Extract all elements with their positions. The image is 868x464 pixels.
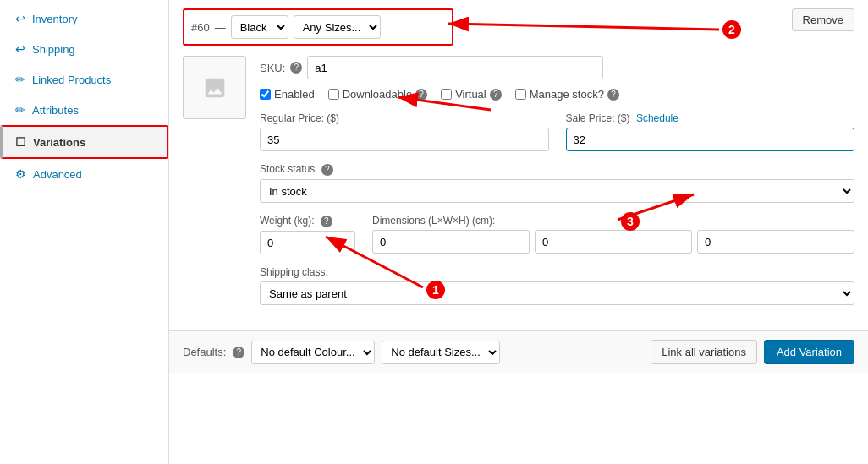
variation-image[interactable] [183, 56, 246, 119]
image-placeholder-icon [202, 75, 228, 101]
main-content: #60 — Black White Red Any Sizes... Small… [169, 0, 868, 464]
enabled-checkbox-label[interactable]: Enabled [260, 88, 315, 101]
price-row: Regular Price: ($) Sale Price: ($) Sched… [260, 112, 854, 151]
bottom-bar-actions: Link all variations Add Variation [651, 340, 854, 364]
sidebar-label-inventory: Inventory [32, 13, 77, 25]
remove-button[interactable]: Remove [792, 8, 854, 31]
default-sizes-select[interactable]: No default Sizes... Small Medium [382, 341, 500, 364]
sidebar-label-advanced: Advanced [33, 168, 82, 181]
attributes-icon: ✏ [15, 103, 25, 117]
downloadable-checkbox[interactable] [328, 89, 339, 100]
sale-price-input[interactable] [566, 128, 855, 151]
downloadable-checkbox-label[interactable]: Downloadable ? [328, 88, 427, 101]
stock-status-group: Stock status ? In stock Out of stock On … [260, 163, 854, 203]
enabled-label: Enabled [274, 88, 315, 101]
shipping-class-select[interactable]: Same as parent No shipping class [260, 281, 854, 305]
downloadable-help-icon[interactable]: ? [415, 89, 427, 101]
weight-group: Weight (kg): ? [260, 215, 355, 254]
checkboxes-row: Enabled Downloadable ? Virtual ? Ma [260, 88, 854, 101]
weight-label: Weight (kg): ? [260, 215, 355, 227]
sale-price-group: Sale Price: ($) Schedule [566, 112, 855, 151]
manage-stock-checkbox-label[interactable]: Manage stock? ? [515, 88, 619, 101]
variation-id: #60 [191, 21, 210, 34]
manage-stock-label: Manage stock? [530, 88, 604, 101]
sale-price-label: Sale Price: ($) Schedule [566, 112, 855, 124]
shipping-class-group: Shipping class: Same as parent No shippi… [260, 266, 854, 305]
virtual-help-icon[interactable]: ? [490, 89, 502, 101]
defaults-label: Defaults: [183, 346, 226, 358]
sidebar-item-linked-products[interactable]: ✏ Linked Products [0, 64, 168, 95]
dimensions-label: Dimensions (L×W×H) (cm): [372, 215, 854, 227]
virtual-label: Virtual [455, 88, 486, 101]
enabled-checkbox[interactable] [260, 89, 271, 100]
regular-price-label: Regular Price: ($) [260, 112, 549, 124]
weight-help-icon[interactable]: ? [321, 216, 332, 227]
regular-price-group: Regular Price: ($) [260, 112, 549, 151]
sku-label: SKU: [260, 62, 285, 74]
variation-separator: — [215, 21, 226, 34]
virtual-checkbox[interactable] [441, 89, 452, 100]
stock-help-icon[interactable]: ? [321, 164, 333, 176]
sidebar: ↩ Inventory ↩ Shipping ✏ Linked Products… [0, 0, 169, 464]
sidebar-label-shipping: Shipping [32, 43, 75, 56]
inventory-icon: ↩ [15, 12, 25, 25]
schedule-link[interactable]: Schedule [636, 112, 678, 124]
dim-w-input[interactable] [535, 230, 692, 254]
dim-l-input[interactable] [372, 230, 530, 254]
virtual-checkbox-label[interactable]: Virtual ? [441, 88, 502, 101]
size-select[interactable]: Any Sizes... Small Medium Large [294, 15, 381, 39]
add-variation-button[interactable]: Add Variation [764, 340, 854, 364]
sku-input[interactable] [307, 56, 603, 79]
advanced-icon: ⚙ [15, 167, 26, 181]
linked-products-icon: ✏ [15, 73, 25, 86]
variations-icon: ☐ [15, 135, 26, 149]
color-select[interactable]: Black White Red [231, 15, 288, 39]
link-all-button[interactable]: Link all variations [651, 340, 757, 364]
variation-bar: #60 — Black White Red Any Sizes... Small… [183, 8, 453, 46]
manage-stock-help-icon[interactable]: ? [607, 89, 619, 101]
sidebar-item-shipping[interactable]: ↩ Shipping [0, 34, 168, 64]
sidebar-item-advanced[interactable]: ⚙ Advanced [0, 159, 168, 189]
manage-stock-checkbox[interactable] [515, 89, 526, 100]
stock-status-label: Stock status ? [260, 163, 854, 176]
sidebar-item-inventory[interactable]: ↩ Inventory [0, 3, 168, 34]
bottom-bar: Defaults: ? No default Colour... Black W… [169, 330, 868, 373]
dimensions-inputs [372, 230, 854, 254]
sidebar-item-attributes[interactable]: ✏ Attributes [0, 95, 168, 125]
sidebar-label-variations: Variations [33, 136, 85, 149]
default-colour-select[interactable]: No default Colour... Black White [251, 341, 375, 364]
downloadable-label: Downloadable [343, 88, 412, 101]
weight-input[interactable] [260, 231, 355, 254]
defaults-help-icon[interactable]: ? [233, 347, 244, 358]
sidebar-label-attributes: Attributes [32, 104, 79, 117]
sku-help-icon[interactable]: ? [290, 62, 302, 74]
dim-h-input[interactable] [697, 230, 854, 254]
sidebar-label-linked-products: Linked Products [32, 74, 111, 86]
dimensions-group: Dimensions (L×W×H) (cm): [372, 215, 854, 254]
sidebar-item-variations[interactable]: ☐ Variations [0, 125, 168, 159]
regular-price-input[interactable] [260, 128, 549, 151]
shipping-class-label: Shipping class: [260, 266, 854, 278]
shipping-icon: ↩ [15, 42, 25, 56]
weight-dims-row: Weight (kg): ? Dimensions (L×W×H) (cm): [260, 215, 854, 254]
stock-status-select[interactable]: In stock Out of stock On backorder [260, 179, 854, 203]
